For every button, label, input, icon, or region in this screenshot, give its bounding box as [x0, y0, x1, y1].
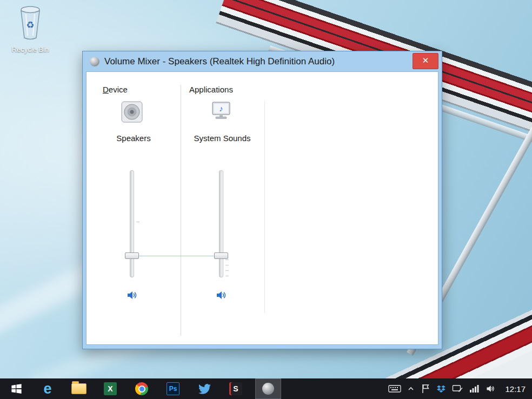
device-group-label: Device	[103, 85, 128, 94]
system-sounds-slider-thumb[interactable]	[214, 252, 228, 259]
taskbar-internet-explorer[interactable]: e	[36, 378, 59, 399]
twitter-bird-icon	[198, 383, 211, 395]
flag-icon	[421, 383, 430, 394]
start-button[interactable]	[4, 378, 28, 399]
volume-mixer-icon	[90, 57, 99, 66]
windows-logo-icon	[10, 382, 23, 395]
taskbar-excel[interactable]: X	[98, 378, 122, 399]
recycle-bin[interactable]: ♻ Recycle Bin	[9, 4, 52, 54]
applications-column-separator	[264, 101, 265, 313]
svg-text:♪: ♪	[219, 104, 223, 113]
slider-tick	[136, 222, 139, 222]
system-sounds-icon: ♪	[209, 100, 233, 124]
device-slider-thumb[interactable]	[125, 252, 139, 259]
taskbar-s-app[interactable]: S	[224, 378, 248, 399]
photoshop-icon: Ps	[167, 382, 179, 395]
device-mute-button[interactable]	[126, 289, 138, 301]
titlebar[interactable]: Volume Mixer - Speakers (Realtek High De…	[83, 51, 442, 71]
taskbar: e X Ps S	[0, 378, 532, 399]
excel-icon: X	[104, 382, 117, 395]
slider-tick	[225, 265, 229, 265]
clock[interactable]: 12:17	[505, 384, 526, 394]
action-center-button[interactable]	[421, 383, 430, 394]
s-app-icon: S	[229, 382, 242, 395]
network-signal-icon	[469, 384, 479, 393]
device-volume-slider[interactable]	[130, 170, 134, 277]
chevron-up-icon	[407, 385, 415, 392]
show-hidden-icons-button[interactable]	[407, 385, 415, 392]
internet-explorer-icon: e	[43, 382, 51, 396]
recycle-bin-icon: ♻	[15, 4, 45, 42]
dropbox-tray-button[interactable]	[436, 384, 446, 394]
device-name: Speakers	[87, 134, 181, 143]
applications-group-label: Applications	[189, 85, 233, 94]
svg-text:♻: ♻	[26, 20, 34, 30]
recycle-bin-label: Recycle Bin	[9, 45, 52, 54]
speakers-device-icon	[120, 100, 144, 124]
volume-mixer-window: Volume Mixer - Speakers (Realtek High De…	[82, 51, 442, 349]
taskbar-volume-mixer-active[interactable]	[255, 378, 281, 399]
system-sounds-mute-button[interactable]	[215, 289, 227, 301]
keyboard-icon	[388, 384, 401, 393]
network-tray-button[interactable]	[469, 384, 479, 393]
folder-icon	[71, 383, 87, 394]
chrome-icon	[135, 382, 148, 395]
window-client-area: Device Applications Speakers ♪	[86, 71, 438, 345]
slider-tick	[225, 270, 229, 271]
window-title: Volume Mixer - Speakers (Realtek High De…	[104, 56, 335, 67]
taskbar-file-explorer[interactable]	[67, 378, 91, 399]
pen-input-icon	[452, 384, 463, 394]
slider-tick	[225, 260, 229, 260]
pen-input-button[interactable]	[452, 384, 463, 394]
app-name: System Sounds	[182, 134, 263, 143]
volume-mixer-icon	[262, 383, 274, 395]
taskbar-chrome[interactable]	[130, 378, 154, 399]
dropbox-icon	[436, 384, 446, 394]
volume-link-line	[132, 256, 221, 256]
taskbar-twitter[interactable]	[192, 378, 216, 399]
system-tray: 12:17	[388, 378, 532, 399]
device-applications-separator	[181, 85, 181, 336]
volume-tray-button[interactable]	[485, 384, 496, 394]
close-button[interactable]: ✕	[413, 53, 438, 69]
slider-tick	[225, 276, 229, 276]
system-sounds-volume-slider[interactable]	[219, 170, 223, 277]
taskbar-app-buttons: e X Ps S	[0, 378, 281, 399]
speaker-icon	[485, 384, 496, 394]
taskbar-photoshop[interactable]: Ps	[161, 378, 185, 399]
touch-keyboard-button[interactable]	[388, 384, 401, 393]
